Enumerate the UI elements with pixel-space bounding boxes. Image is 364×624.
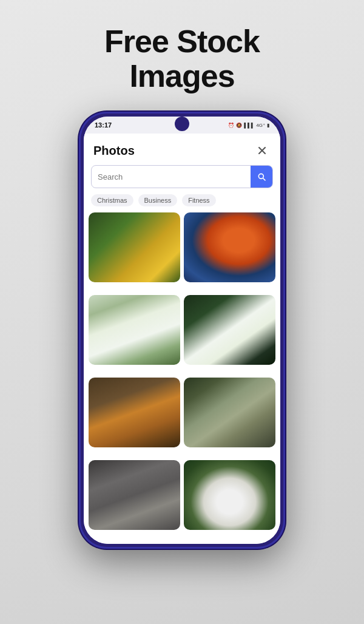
status-time: 13:17 [95,121,112,129]
search-button[interactable] [251,166,272,188]
category-chip-christmas[interactable]: Christmas [91,194,133,206]
image-deer[interactable] [184,378,275,447]
close-button[interactable] [254,142,271,159]
phone-frame: 13:17 ⏰ 🔕 ▌▌▌ 4G⁺ ▮ Photos [79,112,285,549]
signal-icon: ▌▌▌ [244,123,254,128]
image-grid [84,212,280,544]
silent-icon: 🔕 [236,123,242,128]
app-content: Photos [84,134,280,544]
app-header: Photos [84,134,280,165]
alarm-icon: ⏰ [228,123,234,128]
search-bar [84,165,280,194]
category-chip-fitness[interactable]: Fitness [182,194,215,206]
search-icon [257,172,266,181]
image-wolf[interactable] [89,460,180,530]
search-input-wrapper [91,165,273,188]
phone-notch [175,117,189,131]
image-squirrel[interactable] [89,378,180,447]
phone-mockup: 13:17 ⏰ 🔕 ▌▌▌ 4G⁺ ▮ Photos [79,112,285,549]
network-icon: 4G⁺ [256,123,265,128]
image-white-flowers[interactable] [184,460,275,530]
page-title: Free Stock Images [104,24,260,93]
category-bar: Christmas Business Fitness [84,194,280,212]
image-orange-flower[interactable] [184,212,275,282]
status-icons: ⏰ 🔕 ▌▌▌ 4G⁺ ▮ [228,123,269,128]
app-title: Photos [93,144,135,158]
battery-icon: ▮ [267,123,269,128]
phone-screen: 13:17 ⏰ 🔕 ▌▌▌ 4G⁺ ▮ Photos [84,117,280,544]
image-snowdrops-left[interactable] [89,295,180,365]
search-input[interactable] [92,168,251,186]
image-snowdrops-right[interactable] [184,295,275,365]
category-chip-business[interactable]: Business [138,194,178,206]
image-crocus[interactable] [89,212,180,282]
